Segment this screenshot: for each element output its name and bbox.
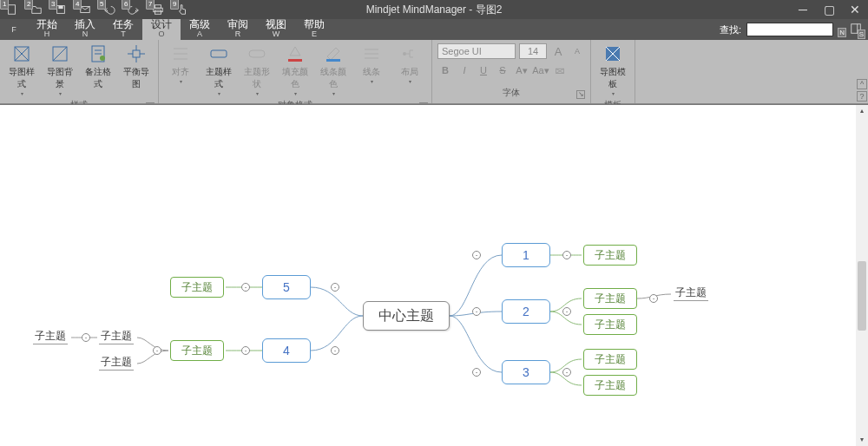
mindmap-canvas[interactable]: 中心主题 1 2 3 子主题 子主题 子主题 子主题 子主题 子主题 5 4 子… [0,105,868,446]
svg-point-14 [100,56,105,61]
line-button[interactable]: 线条▾ [353,42,390,86]
search-options-icon[interactable]: ▾N [835,23,845,36]
svg-rect-16 [211,50,227,57]
qat-new[interactable]: 1 [0,0,24,19]
expand-icon[interactable]: - [562,307,571,316]
text-case-button[interactable]: Aa▾ [533,62,549,78]
map-template-button[interactable]: 导图模板▾ [595,42,631,98]
svg-rect-18 [288,59,302,62]
search-input[interactable] [746,23,833,36]
qat-undo[interactable]: 5 [97,0,122,19]
main-topic-2[interactable]: 2 [502,299,550,324]
title-bar: 1 2 3 4 5 6 7 9 Mindjet MindManager - 导图… [0,0,868,19]
scroll-thumb[interactable] [858,261,866,331]
topic-shape-button[interactable]: 主题形状▾ [239,42,275,98]
expand-icon[interactable]: - [331,346,339,355]
canvas-area: 中心主题 1 2 3 子主题 子主题 子主题 子主题 子主题 子主题 5 4 子… [0,104,868,446]
main-topic-3[interactable]: 3 [502,360,550,384]
layout-button[interactable]: 布局▾ [391,42,428,86]
balance-map-button[interactable]: 平衡导图 [118,42,155,92]
ribbon-group-style: 导图样式▾ 导图背景▾ 备注格式 平衡导图 样式↘ [0,40,159,103]
qat-redo[interactable]: 6 [122,0,146,19]
leaf-topic[interactable]: 子主题 [99,329,134,344]
font-size-input[interactable] [519,43,547,59]
ribbon: 导图样式▾ 导图背景▾ 备注格式 平衡导图 样式↘ 对齐▾ 主题样式▾ 主题形状… [0,40,868,104]
qat-save[interactable]: 3 [49,0,73,19]
expand-icon[interactable]: - [472,368,481,377]
main-topic-1[interactable]: 1 [502,243,550,267]
qat-email[interactable]: 4 [73,0,97,19]
svg-point-20 [403,52,406,56]
leaf-topic[interactable]: 子主题 [33,329,68,344]
tab-design[interactable]: 设计O [142,19,181,40]
center-topic[interactable]: 中心主题 [363,301,450,331]
fill-color-button[interactable]: 填充颜色▾ [277,42,313,98]
main-topic-5[interactable]: 5 [262,275,311,299]
expand-icon[interactable]: - [331,283,339,292]
collapse-ribbon-icon[interactable]: ^ [857,79,867,89]
sub-topic[interactable]: 子主题 [583,245,637,266]
tab-advanced[interactable]: 高级A [181,19,219,40]
line-color-button[interactable]: 线条颜色▾ [315,42,352,98]
clear-format-button[interactable] [552,62,568,78]
expand-icon[interactable]: - [562,251,571,259]
minimize-button[interactable]: ─ [790,0,816,19]
scroll-up-icon[interactable]: ▴ [856,105,868,117]
tab-help[interactable]: 帮助E [295,19,333,40]
map-background-button[interactable]: 导图背景▾ [42,42,78,98]
sub-topic[interactable]: 子主题 [170,340,224,361]
svg-rect-15 [133,50,140,57]
close-button[interactable]: ✕ [842,0,868,19]
file-tab[interactable]: F [0,19,28,40]
align-button[interactable]: 对齐▾ [162,42,199,86]
ribbon-group-object: 对齐▾ 主题样式▾ 主题形状▾ 填充颜色▾ 线条颜色▾ 线条▾ 布局▾ 对象格式… [159,40,432,103]
help-icon[interactable]: ? [857,91,867,102]
tab-view[interactable]: 视图W [257,19,295,40]
qat-print[interactable]: 7 [146,0,170,19]
svg-rect-4 [155,5,161,9]
expand-icon[interactable]: - [241,346,250,355]
sub-topic[interactable]: 子主题 [170,277,224,298]
font-name-input[interactable] [437,43,516,59]
expand-icon[interactable]: - [472,307,481,316]
qat-touch[interactable]: 9 [170,0,194,19]
search-label: 查找: [720,23,741,36]
grow-font-icon[interactable]: A [550,43,566,59]
underline-button[interactable]: U [476,62,491,78]
expand-icon[interactable]: - [649,294,658,303]
sub-topic[interactable]: 子主题 [583,288,637,309]
italic-button[interactable]: I [457,62,472,78]
leaf-topic[interactable]: 子主题 [99,355,134,371]
group-label-font: 字体 [503,88,520,97]
expand-icon[interactable]: - [472,251,481,259]
tab-home[interactable]: 开始H [28,19,66,40]
expand-icon[interactable]: - [241,283,250,292]
shrink-font-icon[interactable]: A [569,43,585,59]
font-color-button[interactable]: A▾ [514,62,529,78]
map-style-button[interactable]: 导图样式▾ [3,42,40,98]
expand-icon[interactable]: - [562,368,571,377]
svg-rect-2 [58,6,62,10]
task-pane-icon[interactable]: S [847,23,865,37]
tab-review[interactable]: 审阅R [219,19,257,40]
tab-insert[interactable]: 插入N [66,19,104,40]
bold-button[interactable]: B [437,62,453,78]
vertical-scrollbar[interactable]: ▴ ▾ [856,105,868,446]
leaf-topic[interactable]: 子主题 [674,285,708,301]
maximize-button[interactable]: ▢ [816,0,842,19]
main-topic-4[interactable]: 4 [262,338,311,363]
expand-icon[interactable]: - [153,346,161,355]
sub-topic[interactable]: 子主题 [583,349,637,370]
ribbon-collapse[interactable]: ^? [856,40,868,103]
strike-button[interactable]: S [495,62,510,78]
topic-style-button[interactable]: 主题样式▾ [201,42,237,98]
expand-icon[interactable]: - [82,333,90,342]
scroll-down-icon[interactable]: ▾ [856,434,868,446]
qat-open[interactable]: 2 [24,0,49,19]
sub-topic[interactable]: 子主题 [583,314,637,335]
font-launcher[interactable]: ↘ [576,90,585,99]
quick-access-toolbar: 1 2 3 4 5 6 7 9 [0,0,194,19]
notes-format-button[interactable]: 备注格式 [80,42,116,92]
tab-task[interactable]: 任务T [104,19,142,40]
sub-topic[interactable]: 子主题 [583,375,637,396]
